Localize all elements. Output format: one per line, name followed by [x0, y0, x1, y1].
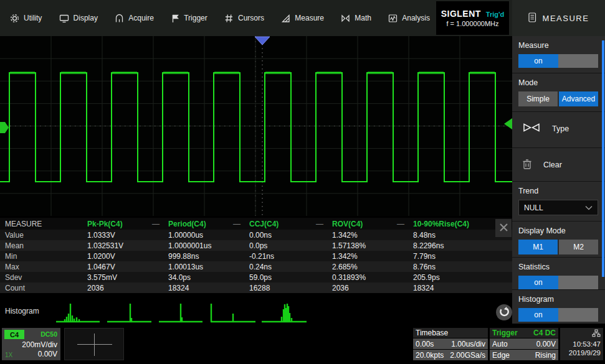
- bowtie-icon: [522, 122, 541, 135]
- cursors-icon: [224, 14, 234, 23]
- gear-icon: [10, 14, 19, 23]
- measurement-column-header[interactable]: Pk-Pk(C4)—: [87, 220, 168, 228]
- sidebar-scrollbar[interactable]: [602, 40, 604, 277]
- reset-statistics-button[interactable]: [496, 304, 512, 320]
- timebase-label: Timebase: [416, 329, 448, 337]
- row-label: Max: [5, 263, 87, 271]
- row-label: Value: [5, 231, 87, 240]
- column-separator: —: [152, 220, 160, 228]
- timebase-delay: 0.00s: [416, 340, 434, 348]
- stat-value: 1.00013us: [168, 263, 249, 271]
- trend-value: NULL: [524, 203, 543, 212]
- section-type: Type: [512, 112, 605, 148]
- stat-value: 2036: [87, 284, 168, 292]
- stat-value: 205.9ps: [413, 273, 512, 282]
- statistics-label: Statistics: [518, 263, 599, 271]
- measurement-column-header[interactable]: ROV(C4)—: [332, 220, 413, 228]
- menu-item-acquire[interactable]: Acquire: [115, 14, 154, 23]
- timebase-box[interactable]: Timebase 0.00s 1.00us/div 20.0kpts 2.00G…: [413, 328, 488, 360]
- toggle-off-part: [558, 308, 598, 322]
- logo-box: SIGLENT Trig'd f = 1.000000MHz: [436, 1, 509, 35]
- stat-value: 18324: [168, 284, 249, 292]
- stat-value: 0.31893%: [332, 273, 413, 282]
- section-statistics: Statistics on: [512, 258, 605, 290]
- clock-date: 2019/9/29: [569, 349, 601, 357]
- table-row-value: Value1.0333V1.00000us0.00ns1.342%8.48ns: [0, 230, 512, 240]
- stat-value: 7.79ns: [413, 252, 512, 261]
- table-row-max: Max1.0467V1.00013us0.24ns2.685%8.76ns: [0, 261, 512, 272]
- stat-value: 2036: [332, 284, 413, 292]
- stat-value: 1.342%: [332, 252, 413, 261]
- row-label: Count: [5, 284, 87, 292]
- display-mode-m2-button[interactable]: M2: [559, 240, 598, 254]
- channel-c4-box[interactable]: C4 DC50 200mV/div 1X 0.00V: [2, 328, 60, 360]
- toggle-off-part: [558, 276, 598, 289]
- stat-value: 0.0ps: [249, 241, 332, 250]
- stat-value: 16288: [249, 284, 332, 292]
- menu-item-analysis[interactable]: Analysis: [388, 14, 430, 23]
- trigger-position-marker[interactable]: [255, 37, 270, 45]
- menu-item-measure[interactable]: Measure: [281, 14, 324, 23]
- crosshair-icon: [77, 344, 112, 345]
- status-bar: C4 DC50 200mV/div 1X 0.00V Timebase 0.00…: [0, 324, 605, 364]
- trend-dropdown[interactable]: NULL: [518, 200, 598, 215]
- menu-item-label: Trigger: [184, 14, 207, 22]
- frequency-counter: f = 1.000000MHz: [446, 20, 498, 27]
- histogram-strip: Histogram: [0, 293, 512, 324]
- stat-value: 1.0200V: [87, 252, 168, 261]
- math-icon: [341, 14, 350, 22]
- section-measure: Measure on: [512, 36, 605, 73]
- measurement-table: MEASUREPk-Pk(C4)—Period(C4)—CCJ(C4)—ROV(…: [0, 218, 512, 293]
- close-icon: [499, 223, 508, 234]
- trigger-box[interactable]: Trigger C4 DC Auto 0.00V Edge Rising: [490, 328, 558, 360]
- stat-value: 999.88ns: [168, 252, 249, 261]
- section-clear: Clear: [512, 148, 605, 182]
- histogram-label: Histogram: [518, 295, 599, 304]
- measurement-name: ROV(C4): [332, 220, 363, 228]
- menu-item-display[interactable]: Display: [59, 14, 98, 23]
- menu-item-utility[interactable]: Utility: [10, 14, 42, 23]
- section-histogram: Histogram on: [512, 290, 605, 324]
- measure-toggle[interactable]: on: [518, 54, 598, 68]
- stat-value: -0.21ns: [249, 252, 332, 261]
- channel-position-marker[interactable]: [0, 122, 9, 133]
- histogram-graph: [0, 293, 512, 324]
- trend-label: Trend: [518, 187, 599, 195]
- trigger-label: Trigger: [492, 329, 518, 337]
- measurement-column-header[interactable]: Period(C4)—: [168, 220, 249, 228]
- flag-icon: [171, 14, 179, 23]
- trigger-level: 0.00V: [536, 340, 556, 348]
- histogram-toggle[interactable]: on: [518, 308, 598, 322]
- oscilloscope-screen: UtilityDisplayAcquireTriggerCursorsMeasu…: [0, 0, 605, 364]
- display-mode-m1-button[interactable]: M1: [518, 240, 558, 254]
- menu-item-cursors[interactable]: Cursors: [224, 14, 264, 23]
- stat-value: 1.00000us: [168, 231, 249, 240]
- network-icon: [592, 329, 601, 339]
- menu-item-label: Measure: [295, 14, 324, 22]
- menu-item-label: Cursors: [238, 14, 264, 22]
- type-button[interactable]: Type: [518, 117, 599, 135]
- trigger-status: Trig'd: [486, 11, 505, 18]
- stat-value: 34.0ps: [168, 273, 249, 282]
- measurement-column-header[interactable]: CCJ(C4)—: [249, 220, 332, 228]
- trash-icon: [522, 158, 532, 172]
- menu-item-math[interactable]: Math: [341, 14, 371, 22]
- trigger-type: Edge: [492, 351, 510, 360]
- table-header-row: MEASUREPk-Pk(C4)—Period(C4)—CCJ(C4)—ROV(…: [0, 218, 512, 230]
- stat-value: 8.76ns: [413, 263, 512, 271]
- channel-coupling: DC50: [40, 330, 57, 338]
- menu-bar: UtilityDisplayAcquireTriggerCursorsMeasu…: [0, 0, 512, 36]
- mode-simple-button[interactable]: Simple: [518, 91, 558, 106]
- stat-value: 59.0ps: [249, 273, 332, 282]
- close-table-button[interactable]: [495, 219, 512, 237]
- channel-offset: 0.00V: [38, 350, 57, 358]
- table-row-sdev: Sdev3.575mV34.0ps59.0ps0.31893%205.9ps: [0, 272, 512, 282]
- trigger-level-marker[interactable]: [504, 118, 512, 129]
- document-icon: [528, 12, 536, 24]
- statistics-toggle[interactable]: on: [518, 276, 598, 289]
- row-label: Mean: [5, 241, 87, 250]
- mode-advanced-button[interactable]: Advanced: [559, 91, 598, 106]
- menu-item-trigger[interactable]: Trigger: [171, 14, 207, 23]
- waveform-display[interactable]: [0, 36, 512, 216]
- clear-button[interactable]: Clear: [518, 153, 599, 172]
